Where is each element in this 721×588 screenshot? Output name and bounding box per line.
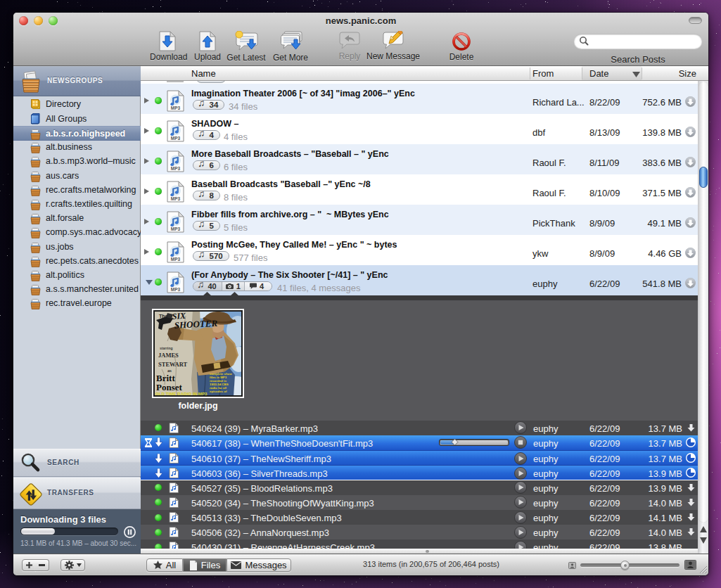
svg-text:The: The [159, 314, 168, 319]
svg-text:JAMES: JAMES [158, 352, 179, 359]
svg-text:OLD TIME RADIO IN MP3: OLD TIME RADIO IN MP3 [155, 391, 208, 396]
svg-text:starring: starring [160, 346, 173, 350]
svg-text:episodes of: episodes of [210, 390, 227, 393]
svg-text:as: as [167, 368, 172, 373]
svg-text:STEWART: STEWART [158, 361, 188, 368]
